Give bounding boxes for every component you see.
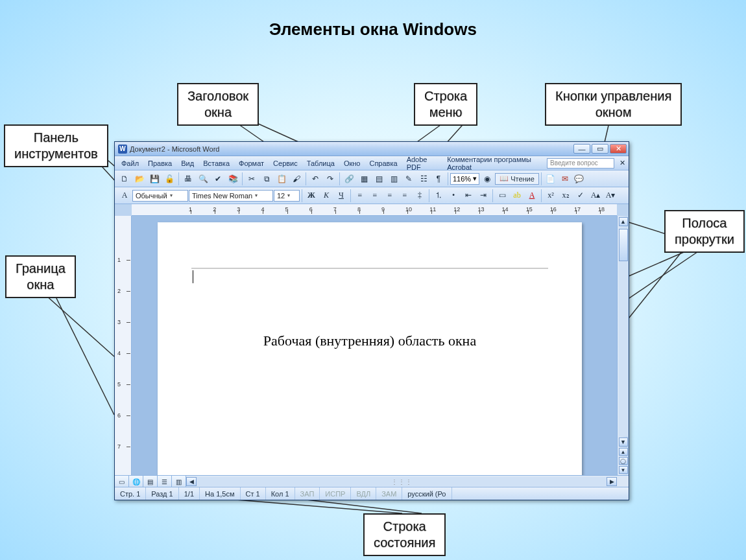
status-section[interactable]: Разд 1 [146,487,178,500]
new-icon[interactable]: 🗋 [117,172,132,186]
highlight-icon[interactable]: ab [510,189,524,203]
format-painter-icon[interactable]: 🖌 [289,172,304,186]
open-icon[interactable]: 📂 [132,172,147,186]
borders-icon[interactable]: ▭ [495,189,509,203]
status-line[interactable]: Ст 1 [241,487,266,500]
pdf-comment-icon[interactable]: 💬 [572,172,586,186]
drawing-icon[interactable]: ✎ [402,172,416,186]
menu-item[interactable]: Формат [235,158,268,169]
line-spacing-icon[interactable]: ‡ [413,189,427,203]
close-button[interactable]: ✕ [610,144,627,154]
vertical-scrollbar[interactable]: ▲ ▼ ▲ ◯ ▼ [617,216,629,475]
pdf-mail-icon[interactable]: ✉ [558,172,572,186]
align-center-icon[interactable]: ≡ [368,189,382,203]
scroll-down-icon[interactable]: ▼ [619,438,628,447]
menu-item[interactable]: Вставка [199,158,234,169]
normal-view-icon[interactable]: ▭ [115,476,129,487]
language-icon[interactable]: ✓ [573,189,588,203]
research-icon[interactable]: 📚 [226,172,240,186]
menu-item[interactable]: Таблица [303,158,339,169]
menu-item[interactable]: Adobe PDF [403,154,442,172]
page[interactable]: Рабочая (внутренняя) область окна [158,222,582,475]
workspace[interactable]: Рабочая (внутренняя) область окна [132,216,617,475]
permission-icon[interactable]: 🔓 [162,172,176,186]
pdf-icon[interactable]: 📄 [544,172,558,186]
status-trk[interactable]: ИСПР [320,487,351,500]
status-col[interactable]: Кол 1 [266,487,295,500]
menu-item[interactable]: Вид [177,158,198,169]
spell-icon[interactable]: ✔ [211,172,225,186]
scroll-right-icon[interactable]: ▶ [607,477,617,486]
cut-icon[interactable]: ✂ [245,172,259,186]
status-page[interactable]: Стр. 1 [115,487,146,500]
reading-view-icon[interactable]: ▥ [172,476,186,487]
paste-icon[interactable]: 📋 [274,172,289,186]
titlebar[interactable]: W Документ2 - Microsoft Word — ▭ ✕ [115,142,629,156]
columns-icon[interactable]: ▥ [387,172,401,186]
menu-item[interactable]: Справка [365,158,401,169]
style-combo[interactable]: Обычный▾ [132,190,188,202]
status-rec[interactable]: ЗАП [295,487,320,500]
paragraph-icon[interactable]: ¶ [431,172,446,186]
outdent-icon[interactable]: ⇤ [461,189,475,203]
status-ext[interactable]: ВДЛ [351,487,376,500]
copy-icon[interactable]: ⧉ [259,172,274,186]
bold-icon[interactable]: Ж [304,189,319,203]
superscript-icon[interactable]: x² [544,189,558,203]
menu-item[interactable]: Правка [144,158,176,169]
grow-font-icon[interactable]: A▴ [588,189,603,203]
menu-item[interactable]: Сервис [269,158,302,169]
size-combo[interactable]: 12▾ [274,190,300,202]
status-ovr[interactable]: ЗАМ [376,487,402,500]
statusbar: Стр. 1 Разд 1 1/1 На 1,5см Ст 1 Кол 1 ЗА… [115,487,629,500]
help-icon[interactable]: ◉ [480,172,494,186]
font-color-icon[interactable]: A [525,189,539,203]
horizontal-ruler[interactable]: 123456789101112131415161718 [132,204,617,216]
help-question-input[interactable]: Введите вопрос [547,158,614,169]
outline-view-icon[interactable]: ☰ [158,476,172,487]
label-scrollbar: Полосапрокрутки [664,210,745,253]
scroll-up-icon[interactable]: ▲ [619,217,628,226]
docmap-icon[interactable]: ☷ [416,172,431,186]
minimize-button[interactable]: — [573,144,590,154]
hyperlink-icon[interactable]: 🔗 [342,172,356,186]
print-icon[interactable]: 🖶 [181,172,195,186]
undo-icon[interactable]: ↶ [308,172,322,186]
table-icon[interactable]: ▦ [357,172,371,186]
prev-page-icon[interactable]: ▲ [619,448,628,456]
menu-item[interactable]: Окно [340,158,365,169]
align-left-icon[interactable]: ≡ [353,189,367,203]
excel-icon[interactable]: ▤ [372,172,386,186]
styles-pane-icon[interactable]: A [117,189,132,203]
indent-icon[interactable]: ⇥ [476,189,490,203]
subscript-icon[interactable]: x₂ [559,189,573,203]
reading-layout-button[interactable]: 📖 Чтение [495,173,539,185]
redo-icon[interactable]: ↷ [323,172,337,186]
save-icon[interactable]: 💾 [147,172,162,186]
maximize-button[interactable]: ▭ [592,144,608,154]
zoom-combo[interactable]: 116%▾ [450,173,479,185]
scroll-left-icon[interactable]: ◀ [186,477,197,486]
doc-close-icon[interactable]: ✕ [618,159,626,168]
status-pages[interactable]: 1/1 [179,487,200,500]
horizontal-scrollbar[interactable]: ◀ ⋮⋮⋮ ▶ [186,476,629,487]
align-right-icon[interactable]: ≡ [383,189,397,203]
next-page-icon[interactable]: ▼ [619,466,628,474]
print-layout-view-icon[interactable]: ▤ [143,476,158,487]
browse-object-icon[interactable]: ◯ [619,457,628,465]
menu-item[interactable]: Файл [117,158,143,169]
web-view-icon[interactable]: 🌐 [129,476,143,487]
italic-icon[interactable]: К [319,189,333,203]
bullets-icon[interactable]: • [446,189,461,203]
preview-icon[interactable]: 🔍 [196,172,210,186]
align-justify-icon[interactable]: ≡ [398,189,412,203]
vertical-ruler[interactable]: 12345678 [115,216,132,475]
scroll-thumb[interactable] [619,229,628,261]
status-lang[interactable]: русский (Ро [402,487,451,500]
underline-icon[interactable]: Ч [334,189,348,203]
font-combo[interactable]: Times New Roman▾ [189,190,273,202]
numbering-icon[interactable]: ⒈ [431,189,446,203]
shrink-font-icon[interactable]: A▾ [603,189,618,203]
menu-item[interactable]: Комментарии программы Acrobat [443,154,546,172]
status-at[interactable]: На 1,5см [200,487,240,500]
